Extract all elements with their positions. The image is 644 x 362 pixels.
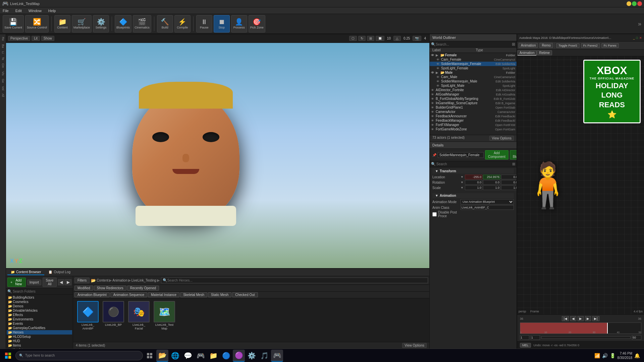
maya-prev-frame-button[interactable]: ◀	[570, 316, 576, 321]
maya-close-button[interactable]: ✕	[639, 36, 642, 40]
taskbar-gear[interactable]: ⚙️	[246, 350, 258, 362]
pick-zone-button[interactable]: 🎯 Pick Zone	[249, 15, 265, 33]
taskbar-task-view[interactable]	[144, 350, 156, 362]
content-button[interactable]: 📁 Content	[54, 15, 70, 33]
tray-battery-icon[interactable]: 🔋	[610, 353, 615, 358]
transform-section-header[interactable]: ▼ Transform	[432, 169, 514, 174]
scale-x-input[interactable]	[465, 185, 482, 190]
menu-help[interactable]: Help	[47, 9, 57, 13]
blueprints-button[interactable]: 🔷 Blueprints	[115, 15, 131, 33]
minimize-button[interactable]	[627, 1, 631, 6]
taskbar-start-button[interactable]	[1, 349, 15, 362]
asset-livelink-facial[interactable]: 🎭 LiveLink_Facial	[127, 301, 151, 330]
sidebar-li[interactable]: Li	[1, 50, 5, 55]
maya-retime-subtab[interactable]: Retime	[537, 50, 552, 55]
folder-gameplaycuenotifies[interactable]: 📂 GameplayCueNotifies	[7, 326, 72, 330]
details-search-input[interactable]	[436, 162, 512, 166]
folder-search-input[interactable]	[13, 290, 71, 293]
edit-blueprint-button[interactable]: Edit Blueprint	[510, 150, 517, 160]
sidebar-ba[interactable]: Ba	[1, 43, 5, 49]
taskbar-purple-app[interactable]: 🟣	[233, 350, 245, 362]
menu-window[interactable]: Window	[27, 9, 43, 13]
maya-remo-tab[interactable]: Remo	[539, 43, 553, 48]
outliner-row-cam-female[interactable]: 👁 Cam_Female CineCameraAct	[430, 57, 517, 62]
tab-content-browser[interactable]: 📁 Content Browser	[7, 269, 44, 275]
taskbar-blue-app[interactable]: 🔵	[220, 350, 232, 362]
sidebar-te[interactable]: Te	[1, 56, 5, 62]
tray-network-icon[interactable]: 📶	[594, 353, 600, 358]
tray-notification-icon[interactable]: 🔔	[634, 353, 640, 358]
filters-button[interactable]: Filters	[74, 278, 90, 283]
maya-animation-subtab[interactable]: Animation	[517, 50, 537, 56]
mel-tab-button[interactable]: MEL	[520, 343, 531, 348]
outliner-row-fortgamemzone[interactable]: 👁 FortGameModeZone Open FortGam	[430, 127, 517, 131]
save-all-button[interactable]: Save All	[43, 278, 57, 287]
outliner-row-aidirector[interactable]: 👁 AIDirector_Fortnite Edit AIDirector	[430, 88, 517, 92]
toolbar-expand-button[interactable]: »	[638, 20, 641, 27]
folder-buildingactors[interactable]: 📂 BuildingActors	[7, 295, 72, 300]
outliner-row-soldier-male[interactable]: 👁 SoldierMannequin_Male Edit SoldierMa	[430, 79, 517, 83]
outliner-row-feedbackmanager[interactable]: 👁 FeedbackManager Edit Feedbackl	[430, 118, 517, 123]
folder-hud[interactable]: 📂 HUD	[7, 339, 72, 343]
outliner-row-fortfxmanager[interactable]: 👁 FortFXManager Open FortFXM	[430, 123, 517, 127]
cinematics-button[interactable]: 🎬 Cinematics	[133, 15, 151, 33]
rotation-z-input[interactable]	[501, 180, 517, 185]
maya-fc-panes2-button[interactable]: Fc Panes2	[581, 43, 600, 48]
save-current-button[interactable]: 💾 Save Current	[3, 15, 24, 33]
maya-viewport[interactable]: XBOX THE OFFICIAL MAGAZINE HOLIDAY LONG …	[517, 56, 644, 314]
filter-animation-blueprint[interactable]: Animation Blueprint	[74, 292, 110, 297]
marketplace-button[interactable]: 🛒 Marketplace	[72, 15, 92, 33]
maya-play-button[interactable]: ▶	[578, 316, 584, 321]
location-x-input[interactable]	[465, 175, 482, 179]
asset-search-input[interactable]	[167, 278, 426, 283]
scale-y-input[interactable]	[483, 185, 500, 190]
folder-drivablevehicles[interactable]: 📂 DrivableVehicles	[7, 308, 72, 313]
sidebar-ge[interactable]: Ge	[1, 77, 5, 84]
outliner-row-cam-male[interactable]: 👁 Cam_Male CineCameraAct	[430, 75, 517, 79]
filter-skeletal-mesh[interactable]: Skeletal Mesh	[180, 292, 207, 297]
taskbar-chrome[interactable]: 🌐	[169, 350, 181, 362]
taskbar-music[interactable]: 🎵	[258, 350, 270, 362]
maya-fc-panes-button[interactable]: Fc Panes	[601, 43, 619, 48]
maya-min-button[interactable]: _	[633, 36, 635, 40]
settings-button[interactable]: ⚙️ Settings	[93, 15, 109, 33]
viewport-lit-button[interactable]: Lit	[32, 36, 40, 41]
viewport[interactable]: X Y Z	[6, 43, 429, 268]
taskbar-messaging[interactable]: 💬	[182, 350, 194, 362]
sidebar-vol[interactable]: Vol	[1, 85, 5, 92]
tab-output-log[interactable]: 📋 Output Log	[45, 269, 73, 275]
outliner-view-options-button[interactable]: View Options	[489, 136, 514, 141]
folder-items[interactable]: 📂 Items	[7, 343, 72, 348]
maya-timeline-track[interactable]: 1 10 20 30 40 50	[520, 322, 641, 334]
maya-end-frame-input[interactable]	[632, 335, 641, 340]
taskbar-ue4[interactable]: 🎮	[271, 350, 283, 362]
outliner-row-ingamemap1[interactable]: 👁 InGameMap_SceneCapture Edit B_Ingame	[430, 101, 517, 105]
import-button[interactable]: Import	[27, 280, 41, 285]
rotation-y-input[interactable]	[483, 180, 500, 185]
outliner-row-aigoalmanager[interactable]: 👁 AIGoalManager Edit AIGoalMa	[430, 92, 517, 97]
cb-view-options-button[interactable]: View Options	[402, 343, 427, 348]
location-y-input[interactable]	[483, 175, 500, 179]
animation-section-header[interactable]: ▼ Animation	[432, 193, 514, 198]
compile-button[interactable]: ⚡ Compile	[174, 15, 191, 33]
sidebar-re[interactable]: Re	[1, 36, 5, 42]
possess-button[interactable]: 👤 Possess	[231, 15, 247, 33]
taskbar-gamepad[interactable]: 🎮	[195, 350, 207, 362]
outliner-row-cameraactor[interactable]: 👁 CameraActor CameraActor	[430, 110, 517, 114]
maya-next-frame-button[interactable]: ▶	[585, 316, 591, 321]
outliner-row-buildergridplane1[interactable]: 👁 BuilderGridPlane1 Open FortStab	[430, 105, 517, 110]
animation-mode-select[interactable]: Use Animation Blueprint	[461, 199, 514, 204]
viewport-snap-button[interactable]: 🔲	[376, 36, 384, 41]
details-name-input[interactable]	[438, 152, 484, 158]
viewport-show-button[interactable]: Show	[41, 36, 54, 41]
asset-livelink-bp[interactable]: ⚫ LiveLink_BP	[101, 301, 125, 330]
maya-max-button[interactable]: □	[636, 36, 638, 40]
viewport-perspective-button[interactable]: Perspective	[8, 36, 30, 41]
stop-button[interactable]: ⏹ Stop	[214, 15, 230, 33]
filter-show-redirectors[interactable]: Show Redirectors	[94, 286, 126, 291]
filter-modified[interactable]: Modified	[74, 286, 93, 291]
maya-toggle-poses-button[interactable]: Toggle PoseS	[556, 43, 580, 48]
add-new-button[interactable]: ＋ Add New	[7, 278, 26, 287]
viewport-grid-button[interactable]: △	[393, 36, 401, 41]
disable-postprocess-checkbox[interactable]	[432, 212, 437, 217]
